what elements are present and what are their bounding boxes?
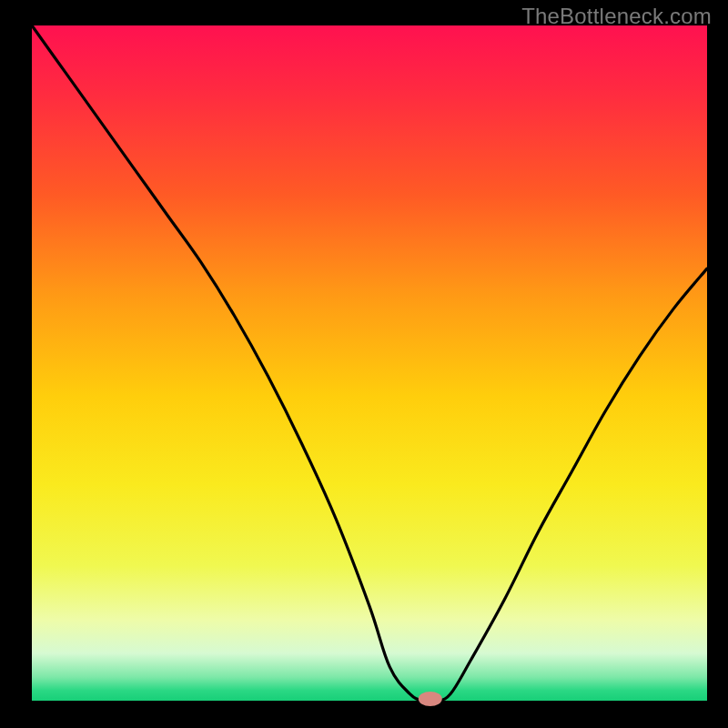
chart-frame: TheBottleneck.com <box>0 0 728 728</box>
plot-background <box>32 25 707 701</box>
bottleneck-curve-chart <box>0 0 728 728</box>
optimal-point-marker <box>419 692 442 706</box>
watermark-text: TheBottleneck.com <box>521 4 712 29</box>
